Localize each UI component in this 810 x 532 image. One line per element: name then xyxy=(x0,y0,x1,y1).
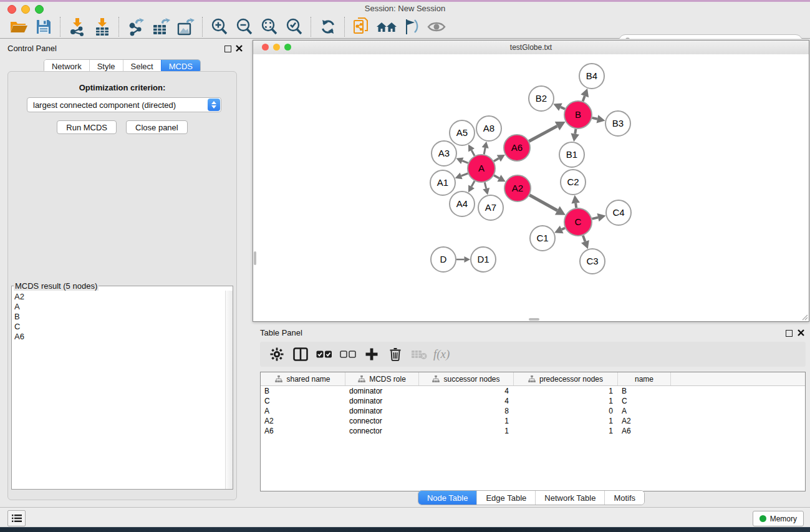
table-row[interactable]: A6connector11A6 xyxy=(261,426,805,436)
close-panel-icon[interactable] xyxy=(236,45,243,52)
graph-edge-A-A3[interactable] xyxy=(462,161,468,163)
table-cell[interactable]: B xyxy=(618,386,671,396)
network-vscroll-thumb[interactable] xyxy=(254,251,256,265)
table-cell[interactable]: 1 xyxy=(514,426,618,436)
table-cell[interactable]: dominator xyxy=(345,406,419,416)
close-panel-button[interactable]: Close panel xyxy=(126,120,188,134)
table-cell[interactable]: A2 xyxy=(618,416,671,426)
table-cell[interactable]: 1 xyxy=(419,416,514,426)
zoom-out-icon[interactable] xyxy=(232,16,257,37)
column-header-predecessor-nodes[interactable]: predecessor nodes xyxy=(514,372,618,385)
import-table-icon[interactable] xyxy=(90,16,115,37)
mcds-list-scrollbar[interactable] xyxy=(225,291,233,489)
graph-edge-A-A5[interactable] xyxy=(471,150,475,156)
network-hscroll-thumb[interactable] xyxy=(529,318,539,321)
table-cell[interactable]: 1 xyxy=(514,396,618,406)
task-history-button[interactable] xyxy=(7,510,26,526)
new-network-from-file-icon[interactable] xyxy=(349,16,374,37)
mcds-result-item[interactable]: A2 xyxy=(14,292,226,302)
column-header-name[interactable]: name xyxy=(618,372,671,385)
table-row[interactable]: Adominator80A xyxy=(261,406,805,416)
node-table[interactable]: shared nameMCDS rolesuccessor nodesprede… xyxy=(260,372,806,491)
column-header-empty[interactable] xyxy=(671,372,805,385)
table-cell[interactable]: A2 xyxy=(261,416,345,426)
tab-motifs[interactable]: Motifs xyxy=(604,491,644,505)
graph-edge-A-A4[interactable] xyxy=(471,181,475,186)
show-columns-icon[interactable] xyxy=(290,345,311,364)
table-cell[interactable]: 1 xyxy=(514,386,618,396)
tab-node-table[interactable]: Node Table xyxy=(418,491,477,505)
table-row[interactable]: A2connector11A2 xyxy=(261,416,805,426)
graph-edge-A-A1[interactable] xyxy=(461,173,468,176)
float-panel-icon[interactable] xyxy=(224,46,231,52)
graph-edge-A6-B[interactable] xyxy=(529,126,557,141)
graph-edge-A-A6[interactable] xyxy=(494,158,499,162)
table-cell[interactable]: 4 xyxy=(419,386,514,396)
export-image-icon[interactable] xyxy=(173,16,198,37)
table-cell[interactable]: C xyxy=(261,396,345,406)
deselect-all-icon[interactable] xyxy=(337,345,359,364)
table-cell[interactable]: connector xyxy=(345,426,419,436)
select-all-icon[interactable] xyxy=(314,345,335,364)
table-header-row[interactable]: shared nameMCDS rolesuccessor nodesprede… xyxy=(261,372,805,386)
tab-select[interactable]: Select xyxy=(123,60,161,72)
column-header-successor-nodes[interactable]: successor nodes xyxy=(419,372,514,385)
graph-edge-A-A7[interactable] xyxy=(485,182,486,188)
graph-edge-B-B4[interactable] xyxy=(583,96,585,101)
table-settings-gear-icon[interactable] xyxy=(266,345,287,364)
mcds-result-item[interactable]: A xyxy=(14,302,226,312)
column-header-shared-name[interactable]: shared name xyxy=(261,372,345,385)
houses-icon[interactable] xyxy=(374,16,399,37)
table-cell[interactable]: 8 xyxy=(419,406,514,416)
graph-edge-A2-C[interactable] xyxy=(529,195,557,211)
mcds-result-item[interactable]: C xyxy=(14,322,226,332)
network-window-titlebar[interactable]: testGlobe.txt xyxy=(253,41,809,55)
graph-edge-A-A8[interactable] xyxy=(484,148,485,154)
graph-edge-C-C2[interactable] xyxy=(576,203,576,208)
mcds-result-list[interactable]: A2ABCA6 xyxy=(12,291,226,489)
run-mcds-button[interactable]: Run MCDS xyxy=(57,120,117,134)
add-column-icon[interactable] xyxy=(361,345,382,364)
zoom-in-icon[interactable] xyxy=(207,16,232,37)
graph-edge-B-B2[interactable] xyxy=(561,107,565,109)
table-cell[interactable]: A6 xyxy=(618,426,671,436)
graph-edge-B-B3[interactable] xyxy=(592,118,597,119)
table-cell[interactable]: 1 xyxy=(514,416,618,426)
graph-edge-C-C1[interactable] xyxy=(562,228,565,230)
eye-icon[interactable] xyxy=(424,16,449,37)
table-cell[interactable]: connector xyxy=(345,416,419,426)
memory-button[interactable]: Memory xyxy=(753,511,804,526)
graph-edge-B-B1[interactable] xyxy=(575,129,576,134)
tab-style[interactable]: Style xyxy=(89,60,123,72)
zoom-fit-icon[interactable] xyxy=(257,16,282,37)
network-canvas[interactable]: AA1A2A3A4A5A6A7A8BB1B2B3B4CC1C2C3C4DD1 xyxy=(253,54,809,321)
mcds-result-item[interactable]: B xyxy=(14,312,226,322)
float-table-panel-icon[interactable] xyxy=(786,330,793,337)
save-session-icon[interactable] xyxy=(31,16,56,37)
table-cell[interactable]: A xyxy=(261,406,345,416)
graph-edge-C-C3[interactable] xyxy=(583,236,586,242)
table-cell[interactable]: A xyxy=(618,406,671,416)
graph-edge-C-C4[interactable] xyxy=(592,218,598,219)
import-network-icon[interactable] xyxy=(65,16,90,37)
tab-network-table[interactable]: Network Table xyxy=(535,491,604,505)
refresh-icon[interactable] xyxy=(316,16,340,37)
table-cell[interactable]: dominator xyxy=(345,396,419,406)
network-graph[interactable]: AA1A2A3A4A5A6A7A8BB1B2B3B4CC1C2C3C4DD1 xyxy=(253,54,809,321)
open-session-icon[interactable] xyxy=(6,16,31,37)
flag-details-icon[interactable] xyxy=(399,16,424,37)
table-cell[interactable]: dominator xyxy=(345,386,419,396)
resize-grip-icon[interactable] xyxy=(801,313,808,321)
close-table-panel-icon[interactable] xyxy=(798,329,804,336)
export-network-icon[interactable] xyxy=(123,16,148,37)
table-cell[interactable]: 0 xyxy=(514,406,618,416)
table-cell[interactable]: B xyxy=(261,386,345,396)
mcds-result-item[interactable]: A6 xyxy=(14,332,226,342)
graph-edge-A-A2[interactable] xyxy=(494,175,499,178)
tab-network[interactable]: Network xyxy=(44,60,89,72)
optimization-criterion-dropdown[interactable]: largest connected component (directed) xyxy=(27,97,221,112)
table-row[interactable]: Cdominator41C xyxy=(261,396,805,406)
table-cell[interactable]: 1 xyxy=(419,426,514,436)
tab-edge-table[interactable]: Edge Table xyxy=(476,491,535,505)
delete-column-trash-icon[interactable] xyxy=(385,345,406,364)
